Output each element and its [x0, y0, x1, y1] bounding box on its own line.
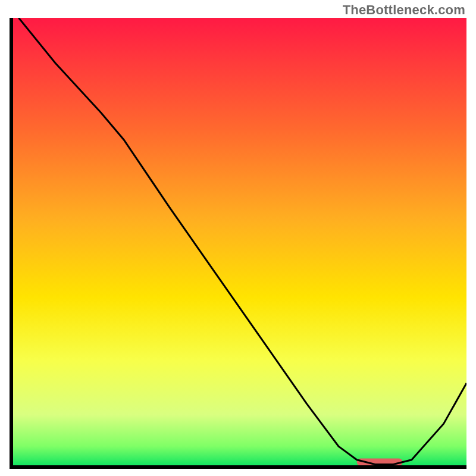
chart-frame — [10, 18, 466, 469]
watermark-text: TheBottleneck.com — [343, 2, 465, 18]
chart-svg — [10, 18, 466, 469]
chart-background — [10, 18, 466, 469]
